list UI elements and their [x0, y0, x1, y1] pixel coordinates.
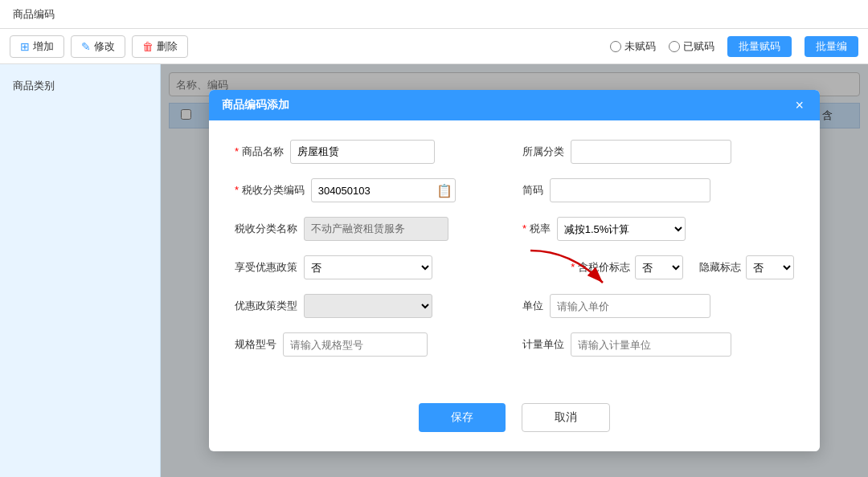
sidebar-title: 商品类别	[0, 72, 160, 100]
radio-assigned[interactable]: 已赋码	[669, 39, 714, 54]
form-group-hide: 隐藏标志 否 是	[699, 255, 794, 279]
modal-overlay: 商品编码添加 × 商品名称 所属分类	[161, 64, 868, 477]
cancel-button[interactable]: 取消	[522, 403, 610, 432]
modal-body: 商品名称 所属分类 税收分类编码	[209, 120, 820, 390]
app-title: 商品编码	[13, 7, 55, 22]
form-group-measure-unit: 计量单位	[522, 332, 794, 357]
edit-icon: ✎	[81, 40, 91, 53]
modal-header: 商品编码添加 ×	[209, 90, 820, 120]
form-group-tax-rate: 税率 减按1.5%计算 1.5% 3% 5% 6% 9% 13%	[522, 217, 794, 241]
radio-assigned-label: 已赋码	[683, 39, 714, 54]
add-icon: ⊞	[20, 40, 30, 53]
add-label: 增加	[33, 39, 54, 54]
category-input[interactable]	[571, 140, 731, 164]
tax-code-input[interactable]	[311, 178, 456, 202]
form-row-3: 税收分类名称 税率 减按1.5%计算 1.5% 3% 5% 6% 9	[235, 217, 794, 241]
tax-code-icon[interactable]: 📋	[436, 183, 452, 198]
unit-label: 单位	[522, 299, 543, 313]
radio-group: 未赋码 已赋码 批量赋码 批量编	[610, 36, 858, 57]
form-group-tax-code: 税收分类编码 📋	[235, 178, 506, 202]
tax-category-name-input	[304, 217, 448, 241]
form-group-short-code: 简码	[522, 178, 794, 202]
preferential-label: 享受优惠政策	[235, 260, 297, 275]
tax-code-input-wrapper: 📋	[311, 178, 456, 202]
product-name-input[interactable]	[290, 140, 435, 164]
form-group-tax-category-name: 税收分类名称	[235, 217, 506, 241]
form-row-4: 享受优惠政策 否 是 含税价标志 否 是	[235, 255, 794, 279]
form-row-1: 商品名称 所属分类	[235, 140, 794, 164]
delete-label: 删除	[157, 39, 178, 54]
measure-unit-label: 计量单位	[522, 337, 564, 352]
tax-code-label: 税收分类编码	[235, 183, 305, 198]
product-name-label: 商品名称	[235, 145, 284, 159]
policy-type-select[interactable]	[304, 294, 432, 318]
toolbar: ⊞ 增加 ✎ 修改 🗑 删除 未赋码 已赋码 批量赋码 批量编	[0, 29, 868, 64]
form-group-preferential: 享受优惠政策 否 是	[235, 255, 555, 279]
spec-input[interactable]	[283, 332, 428, 357]
form-group-unit: 单位	[522, 294, 794, 318]
modal-close-button[interactable]: ×	[792, 98, 807, 112]
form-group-spec: 规格型号	[235, 332, 506, 357]
main-content: 商品类别 含 商品编码添加 ×	[0, 64, 868, 477]
hide-select[interactable]: 否 是	[746, 255, 794, 279]
form-row-5: 优惠政策类型 单位	[235, 294, 794, 318]
short-code-input[interactable]	[550, 178, 710, 202]
short-code-label: 简码	[522, 183, 543, 198]
radio-unassigned[interactable]: 未赋码	[610, 39, 656, 54]
radio-unassigned-input[interactable]	[610, 41, 621, 52]
preferential-select[interactable]: 否 是	[304, 255, 432, 279]
radio-unassigned-label: 未赋码	[624, 39, 656, 54]
modal-footer: 保存 取消	[209, 390, 820, 451]
edit-label: 修改	[94, 39, 115, 54]
batch-edit-button[interactable]: 批量编	[805, 36, 858, 57]
unit-input[interactable]	[550, 294, 710, 318]
tax-included-select[interactable]: 否 是	[635, 255, 683, 279]
delete-button[interactable]: 🗑 删除	[132, 35, 188, 58]
measure-unit-input[interactable]	[571, 332, 731, 357]
form-group-tax-included: 含税价标志 否 是	[571, 255, 683, 279]
save-button[interactable]: 保存	[419, 403, 506, 432]
modal-title: 商品编码添加	[222, 98, 289, 112]
form-group-product-name: 商品名称	[235, 140, 506, 164]
delete-icon: 🗑	[142, 40, 154, 53]
form-group-policy-type: 优惠政策类型	[235, 294, 506, 318]
title-bar: 商品编码	[0, 0, 868, 29]
modal-dialog: 商品编码添加 × 商品名称 所属分类	[209, 90, 820, 451]
tax-included-label: 含税价标志	[571, 260, 630, 275]
policy-type-label: 优惠政策类型	[235, 299, 297, 313]
spec-label: 规格型号	[235, 337, 276, 352]
form-row-6: 规格型号 计量单位	[235, 332, 794, 357]
content-panel: 含 商品编码添加 × 商品名称	[161, 64, 868, 477]
tax-rate-label: 税率	[522, 222, 551, 236]
tax-category-name-label: 税收分类名称	[235, 222, 297, 236]
hide-label: 隐藏标志	[699, 260, 741, 275]
category-label: 所属分类	[522, 145, 564, 159]
tax-rate-select[interactable]: 减按1.5%计算 1.5% 3% 5% 6% 9% 13%	[557, 217, 686, 241]
sidebar: 商品类别	[0, 64, 161, 477]
batch-assign-button[interactable]: 批量赋码	[727, 36, 792, 57]
form-group-category: 所属分类	[522, 140, 794, 164]
edit-button[interactable]: ✎ 修改	[71, 35, 125, 58]
form-row-2: 税收分类编码 📋 简码	[235, 178, 794, 202]
add-button[interactable]: ⊞ 增加	[10, 35, 64, 58]
radio-assigned-input[interactable]	[669, 41, 680, 52]
